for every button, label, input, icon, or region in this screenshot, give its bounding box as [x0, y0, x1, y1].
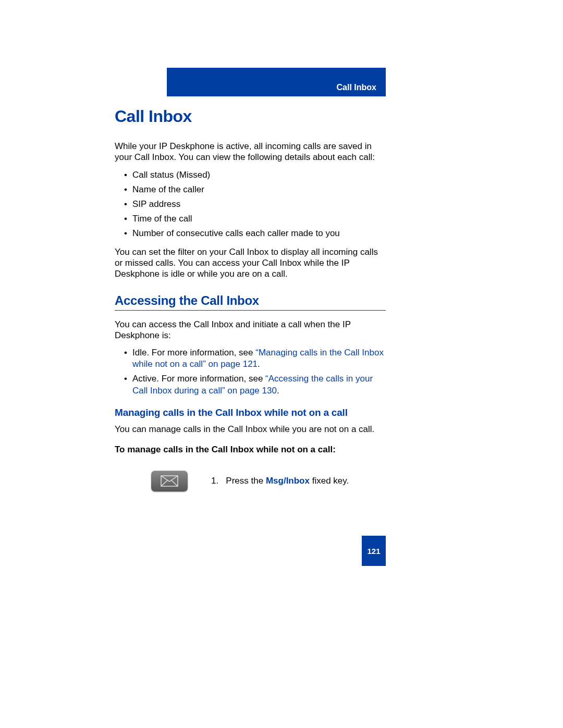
- step-text: 1. Press the Msg/Inbox fixed key.: [211, 476, 349, 486]
- section-heading: Accessing the Call Inbox: [115, 293, 386, 308]
- text: Idle. For more information, see: [132, 348, 255, 357]
- access-list: Idle. For more information, see “Managin…: [115, 347, 386, 396]
- list-item: Idle. For more information, see “Managin…: [132, 347, 386, 370]
- page-title: Call Inbox: [115, 107, 386, 126]
- list-item: Call status (Missed): [132, 169, 386, 181]
- text: .: [258, 359, 260, 369]
- text: fixed key.: [310, 476, 349, 486]
- list-item: Time of the call: [132, 213, 386, 225]
- intro-paragraph: While your IP Deskphone is active, all i…: [115, 141, 386, 163]
- text: Press the: [226, 476, 266, 486]
- section-rule: [115, 310, 386, 311]
- list-item: Number of consecutive calls each caller …: [132, 228, 386, 239]
- content-area: Call Inbox While your IP Deskphone is ac…: [115, 107, 386, 491]
- text: Active. For more information, see: [132, 374, 265, 384]
- header-bar: Call Inbox: [167, 68, 386, 96]
- svg-line-1: [161, 480, 167, 486]
- step-number: 1.: [211, 476, 218, 486]
- envelope-icon: [161, 475, 178, 487]
- list-item: Name of the caller: [132, 184, 386, 195]
- list-item: SIP address: [132, 199, 386, 210]
- filter-note: You can set the filter on your Call Inbo…: [115, 246, 386, 280]
- step-row: 1. Press the Msg/Inbox fixed key.: [115, 471, 386, 491]
- msg-inbox-key-icon: [151, 471, 188, 491]
- page-number: 121: [362, 536, 386, 566]
- procedure-label: To manage calls in the Call Inbox while …: [115, 444, 386, 455]
- page-number-value: 121: [367, 547, 380, 556]
- key-name: Msg/Inbox: [266, 476, 310, 486]
- document-page: Call Inbox Call Inbox While your IP Desk…: [0, 0, 563, 728]
- text: .: [277, 386, 279, 396]
- access-intro: You can access the Call Inbox and initia…: [115, 319, 386, 341]
- svg-line-2: [172, 480, 178, 486]
- list-item: Active. For more information, see “Acces…: [132, 373, 386, 396]
- detail-list: Call status (Missed) Name of the caller …: [115, 169, 386, 239]
- header-section-name: Call Inbox: [337, 83, 376, 92]
- subsection-intro: You can manage calls in the Call Inbox w…: [115, 424, 386, 435]
- subsection-heading: Managing calls in the Call Inbox while n…: [115, 407, 386, 418]
